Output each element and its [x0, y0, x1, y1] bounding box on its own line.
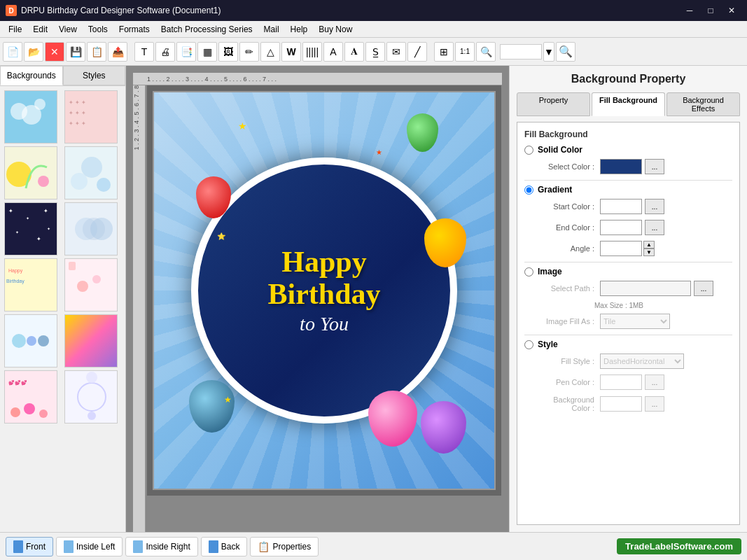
- font2-button[interactable]: 𝐀: [344, 42, 364, 62]
- app-icon: D: [6, 5, 17, 16]
- bg-color-row: Background Color : ...: [524, 396, 732, 412]
- solid-color-box[interactable]: [600, 159, 642, 174]
- menu-formats[interactable]: Formats: [113, 21, 155, 37]
- bg-thumb-3[interactable]: [4, 146, 57, 200]
- barcode-button[interactable]: ▦: [197, 42, 217, 62]
- email-button[interactable]: ✉: [386, 42, 406, 62]
- bg-thumb-2[interactable]: ✦ ✦ ✦✦ ✦ ✦✦ ✦ ✦: [64, 90, 118, 144]
- bg-color-browse[interactable]: ...: [645, 396, 664, 412]
- fill-bg-section: Fill Background: [524, 130, 732, 139]
- svg-point-14: [97, 178, 111, 192]
- pen-color-box[interactable]: [600, 374, 642, 390]
- close-button[interactable]: ✕: [722, 4, 741, 18]
- zoom-dropdown-button[interactable]: ▼: [543, 42, 554, 62]
- inside-right-icon: [133, 540, 143, 553]
- image-button[interactable]: 🖼: [218, 42, 238, 62]
- bg-thumb-11[interactable]: 💕💕💕: [4, 370, 57, 424]
- separator-1: [524, 180, 732, 181]
- style-label[interactable]: Style: [538, 340, 558, 349]
- path-browse[interactable]: ...: [694, 281, 713, 296]
- bg-thumb-5[interactable]: ✦✦✦✦✦✦: [4, 202, 57, 255]
- card-canvas[interactable]: ★ ★ ★ ⭐ Happy Birthday to You: [153, 91, 496, 490]
- end-color-browse[interactable]: ...: [645, 220, 664, 235]
- draw-button[interactable]: ✏: [239, 42, 259, 62]
- menu-mail[interactable]: Mail: [258, 21, 285, 37]
- solid-color-radio[interactable]: [524, 146, 533, 155]
- image-radio[interactable]: [524, 267, 533, 276]
- gradient-radio[interactable]: [524, 186, 533, 195]
- solid-color-browse[interactable]: ...: [645, 159, 664, 174]
- export-button[interactable]: 📤: [108, 42, 127, 62]
- menu-batch[interactable]: Batch Processing Series: [155, 21, 258, 37]
- minimize-button[interactable]: ─: [680, 4, 699, 18]
- fill-style-select[interactable]: DashedHorizontal: [600, 354, 684, 369]
- properties-button[interactable]: 📋 Properties: [250, 537, 319, 556]
- angle-up[interactable]: ▲: [643, 241, 655, 248]
- back-label: Back: [221, 542, 240, 552]
- tab-backgrounds[interactable]: Backgrounds: [0, 66, 63, 85]
- bg-thumb-10[interactable]: [64, 314, 118, 368]
- menu-buynow[interactable]: Buy Now: [313, 21, 358, 37]
- panel-tabs: Backgrounds Styles: [0, 66, 125, 86]
- angle-input[interactable]: 359: [600, 241, 642, 256]
- line-button[interactable]: ╱: [407, 42, 427, 62]
- save-button[interactable]: 💾: [66, 42, 85, 62]
- bg-thumb-9[interactable]: [4, 314, 57, 368]
- tab-property[interactable]: Property: [517, 92, 590, 116]
- ratio-button[interactable]: 1:1: [455, 42, 475, 62]
- copy-button[interactable]: 📑: [176, 42, 196, 62]
- front-button[interactable]: Front: [6, 537, 53, 556]
- bg-color-box[interactable]: [600, 396, 642, 412]
- style-radio[interactable]: [524, 340, 533, 349]
- panel-title: Background Property: [517, 73, 740, 85]
- end-color-box[interactable]: [600, 220, 642, 235]
- tab-background-effects[interactable]: Background Effects: [666, 92, 740, 116]
- menu-tools[interactable]: Tools: [83, 21, 113, 37]
- open-button[interactable]: 📂: [24, 42, 43, 62]
- bg-thumb-4[interactable]: [64, 146, 118, 200]
- ruler-vertical: 1 . 2 . 3 . 4 . 5 . 6 . 7 . 8: [133, 85, 146, 532]
- zoom-input[interactable]: 150%: [500, 44, 542, 59]
- pen-color-browse[interactable]: ...: [645, 374, 664, 390]
- print-button[interactable]: 🖨: [155, 42, 175, 62]
- save-as-button[interactable]: 📋: [87, 42, 106, 62]
- menu-edit[interactable]: Edit: [27, 21, 53, 37]
- bg-thumb-7[interactable]: HappyBirthday: [4, 258, 57, 312]
- zoom-in-button[interactable]: 🔍: [476, 42, 496, 62]
- font-button[interactable]: A: [323, 42, 343, 62]
- menu-view[interactable]: View: [53, 21, 83, 37]
- grid-button[interactable]: ⊞: [434, 42, 454, 62]
- menu-file[interactable]: File: [3, 21, 27, 37]
- image-label[interactable]: Image: [538, 267, 562, 276]
- bg-thumb-1[interactable]: [4, 90, 57, 144]
- barcode2-button[interactable]: |||||: [302, 42, 322, 62]
- new-button[interactable]: 📄: [3, 42, 22, 62]
- inside-left-button[interactable]: Inside Left: [56, 537, 123, 556]
- start-color-box[interactable]: [600, 199, 642, 214]
- bg-thumb-12[interactable]: [64, 370, 118, 424]
- maximize-button[interactable]: □: [701, 4, 720, 18]
- menu-help[interactable]: Help: [285, 21, 314, 37]
- tab-styles[interactable]: Styles: [63, 66, 126, 85]
- image-fill-select[interactable]: Tile: [600, 314, 670, 329]
- zoom-out-button[interactable]: 🔍: [556, 42, 575, 62]
- angle-down[interactable]: ▼: [643, 248, 655, 256]
- tab-fill-background[interactable]: Fill Background: [592, 92, 665, 116]
- svg-point-34: [12, 334, 26, 348]
- gradient-label[interactable]: Gradient: [538, 185, 572, 195]
- bg-thumb-6[interactable]: [64, 202, 118, 255]
- solid-color-label[interactable]: Solid Color: [538, 145, 582, 155]
- pen-color-label: Pen Color :: [537, 378, 600, 386]
- bg-thumb-8[interactable]: [64, 258, 118, 312]
- image-fill-row: Image Fill As : Tile: [524, 314, 732, 329]
- menubar: File Edit View Tools Formats Batch Proce…: [0, 21, 747, 38]
- signature-button[interactable]: S̲: [365, 42, 385, 62]
- back-button[interactable]: Back: [201, 537, 248, 556]
- text-button[interactable]: T: [134, 42, 154, 62]
- inside-right-button[interactable]: Inside Right: [125, 537, 197, 556]
- shape-button[interactable]: △: [260, 42, 280, 62]
- start-color-browse[interactable]: ...: [645, 199, 664, 214]
- wordart-button[interactable]: W: [281, 42, 301, 62]
- close-doc-button[interactable]: ✕: [45, 42, 64, 62]
- path-input[interactable]: [600, 281, 691, 296]
